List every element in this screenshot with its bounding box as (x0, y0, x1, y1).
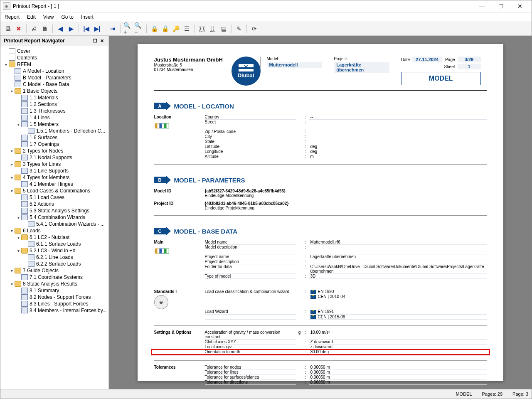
navigator-title: Printout Report Navigator (4, 38, 65, 44)
list-icon[interactable]: ☰ (182, 24, 192, 34)
unlock-icon[interactable]: 🔓 (160, 24, 170, 34)
tree-8-2[interactable]: 8.2 Nodes - Support Forces (1, 294, 108, 300)
tree-2-1[interactable]: 2.1 Nodal Supports (1, 154, 108, 161)
tree-cover[interactable]: Cover (1, 48, 108, 54)
tree-c-model-basedata[interactable]: C Model - Base Data (1, 81, 108, 88)
tree-contents[interactable]: Contents (1, 54, 108, 61)
refresh-icon[interactable]: ⟳ (249, 24, 259, 34)
tree-2-types-nodes[interactable]: ▾2 Types for Nodes (1, 148, 108, 154)
tree-1-3-thicknesses[interactable]: 1.3 Thicknesses (1, 108, 108, 114)
tree-4-1[interactable]: 4.1 Member Hinges (1, 181, 108, 187)
document-viewport[interactable]: Justus Mustermann GmbH Musterstraße 5 01… (109, 36, 532, 389)
key-icon[interactable]: 🔑 (171, 24, 181, 34)
tree-5-load-cases[interactable]: ▾5 Load Cases & Combinations (1, 187, 108, 194)
nav-next-icon[interactable]: ▶ (66, 24, 76, 34)
print-icon[interactable]: 🖶 (3, 24, 13, 34)
nav-first-icon[interactable]: |◀ (81, 24, 91, 34)
tree-1-1-materials[interactable]: 1.1 Materials (1, 94, 108, 101)
tree-7-guide[interactable]: ▾7 Guide Objects (1, 267, 108, 274)
tree-1-basic-objects[interactable]: ▾1 Basic Objects (1, 88, 108, 94)
delete-icon[interactable]: ✖ (14, 24, 24, 34)
tree-6-2-2[interactable]: 6.2.2 Surface Loads (1, 261, 108, 267)
report-page: Justus Mustermann GmbH Musterstraße 5 01… (138, 44, 503, 381)
company-addr2: 01234 Musterhausen (154, 67, 229, 72)
model-value: Muttermodell (267, 62, 323, 68)
tree-a-model-location[interactable]: A Model - Location (1, 68, 108, 74)
menu-edit[interactable]: Edit (27, 14, 36, 20)
nav-prev-icon[interactable]: ◀ (55, 24, 65, 34)
tree-3-types-lines[interactable]: ▾3 Types for Lines (1, 161, 108, 167)
menu-bar: Report Edit View Go to Insert (0, 12, 532, 22)
project-value: Lagerkräfte übernehmen (334, 62, 389, 73)
goto-section-icon[interactable]: ⇥ (108, 24, 118, 34)
window-title: Printout Report - [ 1 ] (13, 3, 473, 9)
zoom-in-icon[interactable]: 🔍+ (123, 24, 133, 34)
nav-last-icon[interactable]: ▶| (92, 24, 102, 34)
close-button[interactable]: ✕ (511, 1, 529, 11)
section-a-title: MODEL - LOCATION (174, 103, 234, 110)
layout-b-icon[interactable]: ⿲ (208, 24, 218, 34)
tree-6-1[interactable]: ▾6.1 LC2 - Nutzlast (1, 234, 108, 241)
zoom-out-icon[interactable]: 🔍− (134, 24, 144, 34)
minimize-button[interactable]: — (473, 1, 491, 11)
header-date: 27.11.2024 (412, 57, 442, 62)
layout-a-icon[interactable]: ⿴ (197, 24, 207, 34)
header-sheet: 1 (458, 64, 481, 69)
tree-1-5-members[interactable]: ▾1.5 Members (1, 121, 108, 128)
menu-report[interactable]: Report (5, 14, 20, 20)
tree-8-results[interactable]: ▾8 Static Analysis Results (1, 281, 108, 287)
status-bar: MODEL Pages: 29 Page: 3 (0, 389, 532, 399)
title-bar: ≡ Printout Report - [ 1 ] — ☐ ✕ (0, 0, 532, 12)
tree-1-6-surfaces[interactable]: 1.6 Surfaces (1, 134, 108, 141)
navigator-restore-icon[interactable]: ❐ (92, 37, 99, 44)
edit-page-icon[interactable]: ✎ (234, 24, 244, 34)
tree-5-4[interactable]: ▾5.4 Combination Wizards (1, 214, 108, 221)
section-c-title: MODEL - BASE DATA (174, 228, 238, 235)
eu-flag-icon (310, 295, 316, 299)
tree-6-2[interactable]: ▾6.2 LC3 - Wind in +X (1, 247, 108, 254)
toolbar: 🖶 ✖ 🖨 🗎 ◀ ▶ |◀ ▶| ⇥ 🔍+ 🔍− 🔒 🔓 🔑 ☰ ⿴ ⿲ ▤ … (0, 22, 532, 36)
menu-view[interactable]: View (43, 14, 54, 20)
section-c: CMODEL - BASE DATA MainModel name:Mutter… (154, 227, 487, 389)
tree-6-1-1[interactable]: 6.1.1 Surface Loads (1, 241, 108, 247)
menu-goto[interactable]: Go to (62, 14, 74, 20)
tree-5-2[interactable]: 5.2 Actions (1, 201, 108, 207)
navigator-tree[interactable]: Cover Contents ▾RFEM A Model - Location … (0, 46, 108, 389)
tree-5-4-1[interactable]: 5.4.1 Combination Wizards - ... (1, 221, 108, 227)
section-b-title: MODEL - PARAMETERS (174, 177, 245, 184)
standards-globe-icon: ⊕ (154, 295, 168, 309)
tree-rfem[interactable]: ▾RFEM (1, 61, 108, 68)
model-label: Model: (267, 57, 323, 61)
layout-c-icon[interactable]: ▤ (219, 24, 229, 34)
header-page: 3/29 (458, 57, 481, 62)
menu-insert[interactable]: Insert (81, 14, 94, 20)
tree-3-1[interactable]: 3.1 Line Supports (1, 167, 108, 174)
eu-flag-icon (310, 315, 316, 319)
tree-1-7-openings[interactable]: 1.7 Openings (1, 141, 108, 148)
tree-8-4[interactable]: 8.4 Members - Internal Forces by... (1, 307, 108, 314)
app-icon: ≡ (3, 2, 10, 10)
maximize-button[interactable]: ☐ (492, 1, 510, 11)
tree-1-4-lines[interactable]: 1.4 Lines (1, 114, 108, 121)
tree-7-1[interactable]: 7.1 Coordinate Systems (1, 274, 108, 281)
tree-5-1[interactable]: 5.1 Load Cases (1, 194, 108, 201)
dlubal-logo: Dlubal (232, 57, 261, 86)
section-a: AMODEL - LOCATION LocationCountry:-- ◧◧◧… (154, 101, 487, 165)
tree-6-2-1[interactable]: 6.2.1 Line Loads (1, 254, 108, 261)
tree-4-types-members[interactable]: ▾4 Types for Members (1, 174, 108, 181)
print-all-icon[interactable]: 🗎 (40, 24, 50, 34)
tree-6-loads[interactable]: ▾6 Loads (1, 227, 108, 234)
tree-8-3[interactable]: 8.3 Lines - Support Forces (1, 300, 108, 307)
company-name: Justus Mustermann GmbH (154, 57, 229, 63)
tree-5-3[interactable]: 5.3 Static Analysis Settings (1, 207, 108, 214)
project-label: Project: (334, 57, 389, 61)
printer-icon[interactable]: 🖨 (29, 24, 39, 34)
tree-1-2-sections[interactable]: 1.2 Sections (1, 101, 108, 108)
tree-1-5-1[interactable]: 1.5.1 Members - Deflection C... (1, 128, 108, 134)
cubes-icon: ◧◧◧ (154, 246, 204, 254)
navigator-close-icon[interactable]: ✕ (99, 37, 105, 44)
tree-8-1[interactable]: 8.1 Summary (1, 287, 108, 294)
lock-icon[interactable]: 🔒 (149, 24, 159, 34)
section-b: BMODEL - PARAMETERS Model ID{ab52f327-64… (154, 175, 487, 216)
tree-b-model-parameters[interactable]: B Model - Parameters (1, 74, 108, 81)
